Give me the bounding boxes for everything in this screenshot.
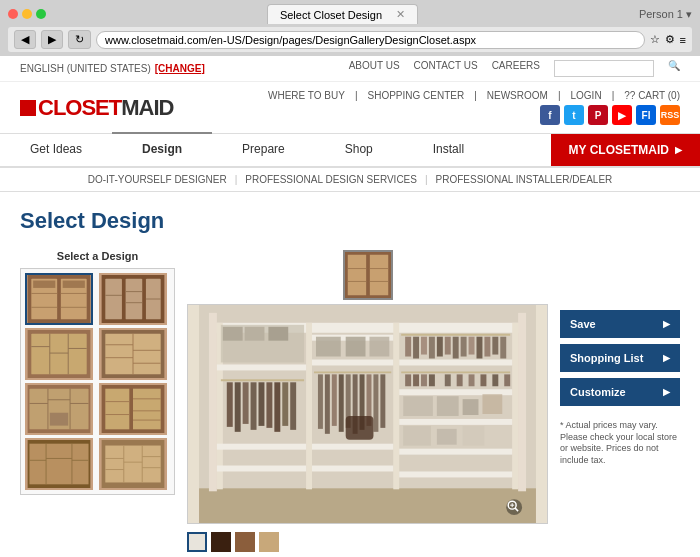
nav-prepare[interactable]: Prepare <box>212 134 315 166</box>
design-thumb-5[interactable] <box>25 383 93 435</box>
my-closetmaid-button[interactable]: MY CLOSETMAID <box>551 134 700 166</box>
contact-us-link[interactable]: CONTACT US <box>414 60 478 77</box>
svg-rect-80 <box>245 327 265 341</box>
change-locale-button[interactable]: [CHANGE] <box>155 63 205 74</box>
svg-rect-71 <box>199 488 536 523</box>
selected-design-preview <box>343 250 393 300</box>
shopping-center-link[interactable]: SHOPPING CENTER <box>367 90 464 101</box>
svg-rect-41 <box>133 389 161 430</box>
tab-close-button[interactable]: ✕ <box>396 8 405 21</box>
svg-rect-65 <box>369 255 387 295</box>
svg-rect-117 <box>399 419 512 425</box>
svg-rect-98 <box>346 337 366 357</box>
design-thumb-6[interactable] <box>99 383 167 435</box>
svg-rect-150 <box>437 429 457 445</box>
nav-install[interactable]: Install <box>403 134 494 166</box>
locale-label: ENGLISH (UNITED STATES) <box>20 63 151 74</box>
site-logo: CLOSETMAID <box>20 95 173 121</box>
newsroom-link[interactable]: NEWSROOM <box>487 90 548 101</box>
svg-rect-137 <box>421 374 427 386</box>
forward-button[interactable]: ▶ <box>41 30 63 49</box>
settings-icon[interactable]: ⚙ <box>665 33 675 46</box>
close-button[interactable] <box>8 9 18 19</box>
cart-link[interactable]: ?? CART (0) <box>624 90 680 101</box>
svg-rect-88 <box>266 382 272 428</box>
svg-rect-139 <box>445 374 451 386</box>
svg-rect-77 <box>217 364 306 370</box>
menu-icon[interactable]: ≡ <box>680 34 686 46</box>
svg-rect-147 <box>463 399 479 415</box>
design-thumb-4[interactable] <box>99 328 167 380</box>
svg-rect-144 <box>504 374 510 386</box>
svg-rect-112 <box>312 466 393 472</box>
careers-link[interactable]: CAREERS <box>492 60 540 77</box>
svg-rect-138 <box>429 374 435 386</box>
person-label: Person 1 ▾ <box>639 8 692 21</box>
design-thumb-3[interactable] <box>25 328 93 380</box>
nav-shop[interactable]: Shop <box>315 134 403 166</box>
refresh-button[interactable]: ↻ <box>68 30 91 49</box>
pinterest-icon[interactable]: P <box>588 105 608 125</box>
svg-rect-10 <box>105 279 122 320</box>
svg-rect-55 <box>105 446 160 483</box>
youtube-icon[interactable]: ▶ <box>612 105 632 125</box>
svg-rect-64 <box>347 255 365 295</box>
svg-rect-11 <box>126 279 143 320</box>
svg-rect-99 <box>369 337 389 357</box>
sub-nav-professional[interactable]: PROFESSIONAL DESIGN SERVICES <box>245 174 417 185</box>
twitter-icon[interactable]: t <box>564 105 584 125</box>
back-button[interactable]: ◀ <box>14 30 36 49</box>
color-swatch-white[interactable] <box>187 532 207 552</box>
nav-design[interactable]: Design <box>112 132 212 166</box>
svg-rect-118 <box>399 449 512 455</box>
where-to-buy-link[interactable]: WHERE TO BUY <box>268 90 345 101</box>
svg-rect-90 <box>282 382 288 426</box>
shopping-list-button[interactable]: Shopping List <box>560 344 680 372</box>
save-button[interactable]: Save <box>560 310 680 338</box>
svg-rect-102 <box>325 374 330 433</box>
svg-rect-109 <box>373 374 378 431</box>
svg-rect-3 <box>33 281 55 288</box>
svg-rect-97 <box>316 337 341 357</box>
svg-rect-81 <box>268 327 288 341</box>
design-thumb-1[interactable] <box>25 273 93 325</box>
design-thumb-2[interactable] <box>99 273 167 325</box>
login-link[interactable]: LOGIN <box>571 90 602 101</box>
svg-rect-84 <box>235 382 241 432</box>
svg-rect-111 <box>312 444 393 450</box>
about-us-link[interactable]: ABOUT US <box>349 60 400 77</box>
minimize-button[interactable] <box>22 9 32 19</box>
svg-rect-93 <box>217 466 306 472</box>
url-bar[interactable] <box>96 31 645 49</box>
svg-rect-104 <box>339 374 344 431</box>
svg-rect-18 <box>31 334 86 375</box>
svg-rect-48 <box>29 444 88 485</box>
svg-rect-131 <box>484 337 490 357</box>
design-thumb-8[interactable] <box>99 438 167 490</box>
color-swatch-dark-brown[interactable] <box>211 532 231 552</box>
sub-nav-diy[interactable]: DO-IT-YOURSELF DESIGNER <box>88 174 227 185</box>
search-input[interactable] <box>554 60 654 77</box>
svg-rect-85 <box>243 382 249 424</box>
maximize-button[interactable] <box>36 9 46 19</box>
color-swatch-tan[interactable] <box>259 532 279 552</box>
svg-rect-94 <box>393 323 399 489</box>
bookmark-icon[interactable]: ☆ <box>650 33 660 46</box>
color-swatch-medium-brown[interactable] <box>235 532 255 552</box>
svg-rect-130 <box>477 337 483 359</box>
sub-nav-installer[interactable]: PROFESSIONAL INSTALLER/DEALER <box>436 174 613 185</box>
svg-rect-72 <box>209 313 217 491</box>
svg-rect-103 <box>332 374 337 426</box>
search-icon[interactable]: 🔍 <box>668 60 680 77</box>
svg-rect-151 <box>463 426 485 446</box>
facebook-icon[interactable]: f <box>540 105 560 125</box>
svg-rect-114 <box>512 323 518 489</box>
design-thumb-7[interactable] <box>25 438 93 490</box>
svg-rect-142 <box>480 374 486 386</box>
flickr-icon[interactable]: Fl <box>636 105 656 125</box>
nav-get-ideas[interactable]: Get Ideas <box>0 134 112 166</box>
customize-button[interactable]: Customize <box>560 378 680 406</box>
rss-icon[interactable]: RSS <box>660 105 680 125</box>
svg-rect-91 <box>290 382 296 430</box>
svg-rect-40 <box>105 389 129 430</box>
